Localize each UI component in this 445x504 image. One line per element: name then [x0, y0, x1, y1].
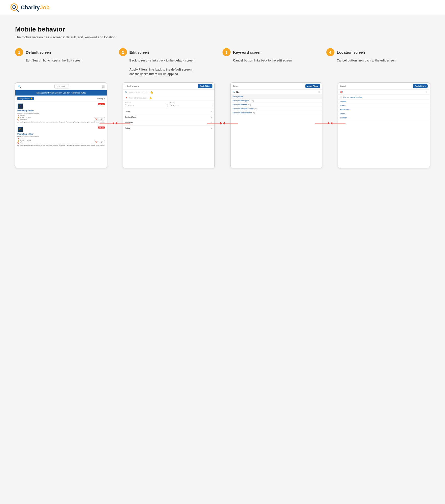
suggestion-team-link[interactable]: Management team — [233, 104, 247, 106]
job-salary-1: 💰 38,000 - £42,000 — [17, 117, 31, 118]
edit-search-button[interactable]: Edit Search — [54, 84, 69, 88]
screen-4-number: 4 — [326, 48, 334, 56]
page-title: Mobile behavior — [15, 25, 430, 33]
s4-topbar: Cancel Apply Filters — [338, 83, 430, 90]
top-job-badge-1: Top job — [98, 103, 105, 105]
screen-3-label-col: 3 Keyword screen Cancel button links bac… — [222, 48, 326, 63]
screen-2-col: ← Back to results Apply Filters 🔍 Job ti… — [123, 82, 215, 168]
header: CharityJob — [0, 0, 445, 15]
location-dublin[interactable]: Dublin — [338, 112, 430, 116]
back-to-results-link[interactable]: ← Back to results — [125, 85, 139, 87]
logo-text: CharityJob — [21, 4, 50, 11]
suggestion-management-link[interactable]: Management — [233, 96, 243, 98]
job-card-1: DT Top job Marketing officer Posted 6 da… — [15, 102, 107, 125]
location-dublin-link[interactable]: Dublin — [340, 113, 345, 115]
suggestion-management-team[interactable]: Management team (92) — [231, 103, 322, 107]
s1-actions: Get job alerts 🔔 Filter by ∨ — [15, 96, 107, 102]
salary-label: Salary — [125, 127, 130, 129]
cursor-hand-location: 👆 — [149, 97, 152, 99]
cancel-link-3[interactable]: Cancel — [233, 85, 238, 87]
logo-icon — [10, 3, 19, 12]
location-oxford[interactable]: Oxford — [338, 104, 430, 108]
s3-clear-icon[interactable]: ✕ — [318, 91, 320, 93]
search-icon: 🔍 — [17, 84, 22, 88]
screen-4-desc: Cancel button links back to the edit scr… — [326, 58, 430, 63]
contract-type-arrow: ∨ — [211, 116, 212, 118]
location-input-row: 📍 Town, city or postcode... 👆 — [123, 95, 214, 101]
screen-1-col: 🔍 Edit Search ☰ Management Team Jobs in … — [15, 82, 107, 168]
s3-search-inner: 🔍 Man — [233, 91, 240, 93]
arrow-3-to-4 — [315, 121, 330, 126]
suggestion-information-count: (6) — [252, 112, 255, 114]
use-current-location-row: ◎ Use my current location — [338, 95, 430, 100]
filter-by-button[interactable]: Filter by ∨ — [97, 98, 105, 100]
screen-2-label-col: 2 Edit screen Back to results links back… — [119, 48, 223, 76]
company-logo-2: DT — [17, 127, 23, 132]
job-location-1: 📍 London — [17, 115, 105, 116]
screen-1-number: 1 — [15, 48, 23, 56]
save-job-button-2[interactable]: 🔖 Save job — [94, 140, 105, 143]
screen-3-keyword: Cancel Apply Filters 🔍 Man ✕ Management … — [230, 82, 322, 168]
s1-hero-banner: Management Team Jobs in London > 25 mile… — [15, 90, 107, 96]
s2-topbar: ← Back to results Apply Filters — [123, 83, 214, 90]
job-desc-2: An exciting opportunity has arisen for a… — [17, 144, 105, 146]
s3-search-row: 🔍 Man ✕ — [231, 90, 322, 95]
contract-type-filter[interactable]: Contract Type ∨ — [123, 114, 214, 120]
suggestion-information-link[interactable]: Management information — [233, 112, 252, 114]
s3-topbar: Cancel Apply Filters — [231, 83, 322, 90]
location-london-link[interactable]: London — [340, 101, 346, 103]
screen-2-edit: ← Back to results Apply Filters 🔍 Job ti… — [123, 82, 215, 168]
s4-cursor[interactable]: | — [344, 91, 344, 93]
s3-search-value[interactable]: Man — [236, 91, 240, 93]
job-title-1: Marketing officer — [17, 110, 105, 112]
suggestion-support-link[interactable]: Management support — [233, 100, 249, 102]
suggestion-management-information[interactable]: Management information (6) — [231, 111, 322, 115]
suggestion-management-support[interactable]: Management support (120) — [231, 99, 322, 103]
location-swindon-link[interactable]: Swindon — [340, 117, 347, 119]
screen-4-col: Cancel Apply Filters 🎯 | ✕ ◎ Use my curr… — [338, 82, 430, 168]
apply-filters-button-4[interactable]: Apply Filters — [413, 84, 428, 88]
distance-select[interactable]: + 0 miles ∨ — [125, 104, 168, 107]
salary-filter[interactable]: Salary ∨ — [123, 125, 214, 131]
menu-icon: ☰ — [102, 85, 105, 88]
s4-clear-icon[interactable]: ✕ — [426, 91, 428, 93]
job-desc-1: An exciting opportunity has arisen for a… — [17, 121, 105, 123]
cause-arrow: ∨ — [211, 110, 212, 113]
job-location-2: 📍 London — [17, 138, 105, 140]
screen-1-label-col: 1 Default screen Edit Search button open… — [15, 48, 119, 63]
apply-filters-button-2[interactable]: Apply Filters — [198, 84, 212, 88]
location-placeholder[interactable]: Town, city or postcode... — [129, 97, 148, 99]
suggestion-management[interactable]: Management — [231, 95, 322, 99]
s3-search-icon: 🔍 — [233, 91, 235, 93]
cause-filter[interactable]: Cause ∨ — [123, 109, 214, 114]
location-london[interactable]: London — [338, 100, 430, 104]
location-manchester-link[interactable]: Manchester — [340, 109, 349, 111]
suggestion-management-development[interactable]: Management development (59) — [231, 107, 322, 111]
screen-1-default: 🔍 Edit Search ☰ Management Team Jobs in … — [15, 82, 107, 168]
screen-3-desc: Cancel button links back to the edit scr… — [222, 58, 326, 63]
save-job-button-1[interactable]: 🔖 Save job — [94, 117, 105, 120]
screen-4-location: Cancel Apply Filters 🎯 | ✕ ◎ Use my curr… — [338, 82, 430, 168]
cancel-link-4[interactable]: Cancel — [340, 85, 346, 87]
suggestion-support-count: (120) — [250, 100, 254, 102]
screen-2-number: 2 — [119, 48, 127, 56]
screen-2-name: Edit screen — [130, 50, 149, 54]
location-manchester[interactable]: Manchester — [338, 108, 430, 112]
suggestion-development-link[interactable]: Management development — [233, 108, 253, 110]
screen-1-number-row: 1 Default screen — [15, 48, 119, 56]
s4-locate-icon: 🎯 — [340, 91, 343, 93]
working-select[interactable]: Included ∨ — [170, 104, 213, 107]
use-current-location-link[interactable]: Use my current location — [343, 96, 362, 98]
location-swindon[interactable]: Swindon — [338, 116, 430, 120]
location-pin-icon: 📍 — [125, 97, 128, 99]
get-job-alerts-button[interactable]: Get job alerts 🔔 — [17, 97, 34, 100]
job-level-filter[interactable]: Job Level ∨ — [123, 120, 214, 125]
location-oxford-link[interactable]: Oxford — [340, 105, 345, 107]
arrow-1-to-2 — [100, 121, 115, 125]
job-contract-2: ⭕ Permanent — [17, 142, 31, 144]
screen-2-number-row: 2 Edit screen — [119, 48, 223, 56]
contract-type-label: Contract Type — [125, 116, 136, 118]
apply-filters-button-3[interactable]: Apply Filters — [305, 84, 320, 88]
svg-marker-12 — [328, 122, 330, 124]
keyword-placeholder[interactable]: Job title, skills or compa... — [129, 91, 149, 93]
